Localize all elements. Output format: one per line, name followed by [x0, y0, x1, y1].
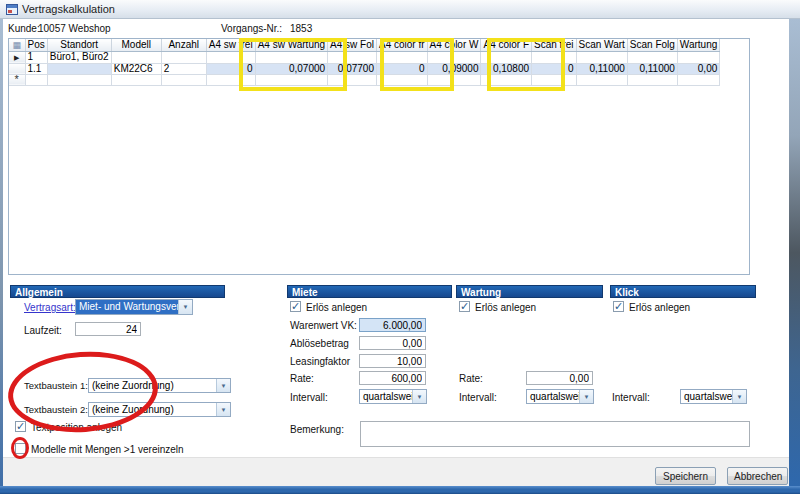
cell[interactable]	[627, 51, 677, 63]
section-allgemein-header: Allgemein	[10, 285, 225, 298]
column-header-standort[interactable]: Standort	[47, 39, 111, 51]
textbaustein1-combobox[interactable]: (keine Zuordnung) ▼	[88, 378, 231, 393]
cell[interactable]: 0	[206, 63, 255, 74]
column-header-a4swfol[interactable]: A4 sw Fol	[328, 39, 377, 51]
wartung-intervall-combobox[interactable]: quartalsweise ▼	[526, 389, 594, 404]
cell[interactable]: 0,07000	[255, 63, 327, 74]
chevron-down-icon[interactable]: ▼	[216, 403, 230, 416]
abloesebetrag-input[interactable]	[359, 336, 426, 350]
miete-intervall-value: quartalsweise	[360, 390, 412, 403]
cell[interactable]: 0,11000	[576, 63, 627, 74]
cell[interactable]	[532, 51, 576, 63]
leasingfaktor-input[interactable]	[359, 354, 426, 368]
cell[interactable]	[376, 51, 427, 63]
textposition-checkbox[interactable]	[15, 421, 26, 432]
cell[interactable]	[576, 74, 627, 85]
cell[interactable]: 0,11000	[627, 63, 677, 74]
cell[interactable]: Büro1, Büro2	[47, 51, 111, 63]
cell[interactable]	[161, 51, 206, 63]
column-header-anzahl[interactable]: Anzahl	[161, 39, 206, 51]
row-header-cell[interactable]	[9, 63, 25, 74]
grid-selectall-cell[interactable]: ▦	[9, 39, 25, 51]
cell[interactable]: 2	[161, 63, 206, 74]
cell[interactable]	[481, 51, 532, 63]
miete-rate-input[interactable]	[359, 371, 426, 385]
cell[interactable]	[627, 74, 677, 85]
column-header-wartung[interactable]: Wartung	[677, 39, 719, 51]
cell[interactable]	[677, 51, 719, 63]
chevron-down-icon[interactable]: ▼	[732, 390, 746, 403]
kunde-value: 10057 Webshop	[38, 23, 111, 34]
cell[interactable]	[532, 74, 576, 85]
cell[interactable]	[255, 51, 327, 63]
cell[interactable]	[576, 51, 627, 63]
chevron-down-icon[interactable]: ▼	[178, 300, 192, 314]
textbaustein2-label: Textbaustein 2:	[24, 404, 88, 415]
klick-erloes-label: Erlös anlegen	[629, 302, 690, 313]
cell[interactable]	[161, 74, 206, 85]
cell[interactable]: 0,10800	[481, 63, 532, 74]
row-header-cell[interactable]: *	[9, 74, 25, 85]
cell[interactable]: 1	[25, 51, 47, 63]
cell[interactable]: 0	[532, 63, 576, 74]
cell[interactable]	[427, 51, 481, 63]
column-header-scanfolg[interactable]: Scan Folg	[627, 39, 677, 51]
chevron-down-icon[interactable]: ▼	[579, 390, 593, 403]
cell[interactable]	[47, 63, 111, 74]
cell[interactable]	[376, 74, 427, 85]
chevron-down-icon[interactable]: ▼	[412, 390, 426, 403]
modelle-vereinzeln-checkbox[interactable]	[15, 443, 26, 454]
cell[interactable]: 0,09000	[427, 63, 481, 74]
bemerkung-textarea[interactable]	[360, 421, 750, 447]
kunde-label: Kunde:	[8, 23, 40, 34]
miete-erloes-checkbox[interactable]	[290, 301, 301, 312]
section-miete-header: Miete	[287, 285, 452, 298]
vertragsart-link[interactable]: Vertragsart:	[24, 302, 76, 313]
warenwert-input[interactable]	[359, 318, 426, 332]
cell[interactable]	[328, 51, 377, 63]
miete-rate-label: Rate:	[290, 373, 314, 384]
column-header-a4swwartung[interactable]: A4 sw Wartung	[255, 39, 327, 51]
column-header-scanwart[interactable]: Scan Wart	[576, 39, 627, 51]
chevron-down-icon[interactable]: ▼	[216, 379, 230, 392]
section-wartung-header: Wartung	[456, 285, 603, 298]
save-button[interactable]: Speichern	[655, 467, 716, 485]
laufzeit-input[interactable]	[75, 322, 141, 336]
cell[interactable]: 0	[376, 63, 427, 74]
cell[interactable]	[481, 74, 532, 85]
column-header-modell[interactable]: Modell	[111, 39, 161, 51]
cell[interactable]	[111, 51, 161, 63]
vertragsart-combobox[interactable]: Miet- und Wartungsvertrag ▼	[75, 299, 193, 315]
textbaustein2-combobox[interactable]: (keine Zuordnung) ▼	[88, 402, 231, 417]
column-header-a4colorf[interactable]: A4 color F	[481, 39, 532, 51]
cell[interactable]	[111, 74, 161, 85]
wartung-intervall-label: Intervall:	[459, 392, 497, 403]
cell[interactable]: KM22C6	[111, 63, 161, 74]
cell[interactable]: 0,07700	[328, 63, 377, 74]
wartung-erloes-checkbox[interactable]	[459, 301, 470, 312]
miete-intervall-combobox[interactable]: quartalsweise ▼	[359, 389, 427, 404]
row-header-cell[interactable]: ▶	[9, 51, 25, 63]
cell[interactable]	[427, 74, 481, 85]
wartung-rate-input[interactable]	[526, 371, 593, 385]
klick-intervall-combobox[interactable]: quartalsweise ▼	[680, 389, 747, 404]
cell[interactable]	[677, 74, 719, 85]
cell[interactable]	[206, 51, 255, 63]
column-header-a4colorw[interactable]: A4 color W	[427, 39, 481, 51]
column-header-a4colorfr[interactable]: A4 color fr	[376, 39, 427, 51]
cancel-button[interactable]: Abbrechen	[727, 467, 788, 485]
cell[interactable]	[47, 74, 111, 85]
vertragsart-value: Miet- und Wartungsvertrag	[76, 300, 178, 314]
column-header-pos[interactable]: Pos	[25, 39, 47, 51]
cell[interactable]	[206, 74, 255, 85]
klick-erloes-checkbox[interactable]	[613, 301, 624, 312]
wartung-rate-label: Rate:	[459, 373, 483, 384]
cell[interactable]	[255, 74, 327, 85]
cell[interactable]	[25, 74, 47, 85]
column-header-a4swfrei[interactable]: A4 sw frei	[206, 39, 255, 51]
cell[interactable]: 1.1	[25, 63, 47, 74]
column-header-scanfrei[interactable]: Scan frei	[532, 39, 576, 51]
laufzeit-label: Laufzeit:	[24, 325, 62, 336]
cell[interactable]	[328, 74, 377, 85]
cell[interactable]: 0,00	[677, 63, 719, 74]
